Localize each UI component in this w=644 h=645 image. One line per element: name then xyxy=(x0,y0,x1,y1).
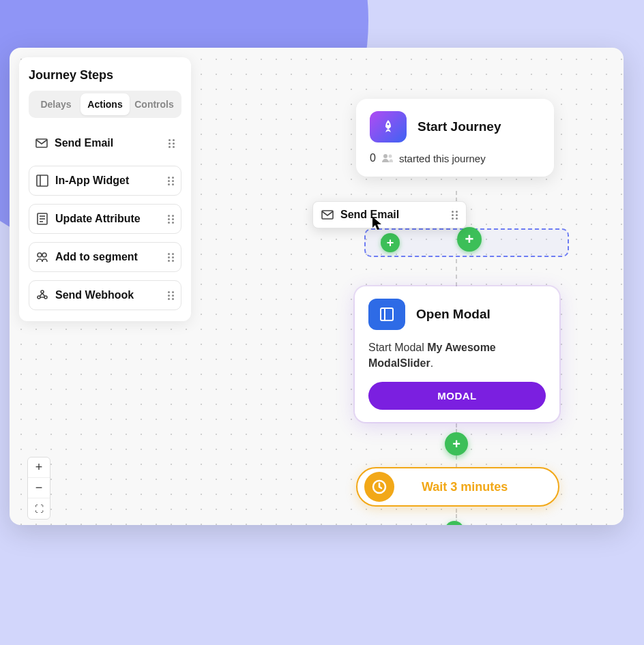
step-in-app-widget[interactable]: In-App Widget xyxy=(29,166,181,196)
zoom-fit-button[interactable]: ⛶ xyxy=(28,498,50,519)
svg-point-14 xyxy=(388,155,392,158)
node-start-journey[interactable]: Start Journey 0 started this journey xyxy=(356,99,554,177)
tab-delays[interactable]: Delays xyxy=(31,93,80,115)
node-title: Open Modal xyxy=(416,307,491,322)
zoom-in-button[interactable]: + xyxy=(28,457,50,478)
step-add-to-segment[interactable]: Add to segment xyxy=(29,242,181,272)
plus-icon: + xyxy=(381,233,400,252)
svg-point-7 xyxy=(38,253,42,257)
svg-rect-16 xyxy=(381,308,393,320)
svg-point-11 xyxy=(41,290,44,293)
drag-card-label: Send Email xyxy=(340,209,445,221)
cursor-icon xyxy=(372,217,383,230)
drag-handle-icon[interactable] xyxy=(168,253,174,262)
start-subtitle-text: started this journey xyxy=(399,153,486,164)
dragging-step-card[interactable]: Send Email xyxy=(312,201,467,228)
steps-tabs: Delays Actions Controls xyxy=(29,91,181,118)
journey-steps-panel: Journey Steps Delays Actions Controls Se… xyxy=(19,57,191,321)
tab-actions[interactable]: Actions xyxy=(80,93,130,115)
zoom-controls: + − ⛶ xyxy=(27,457,50,520)
drag-handle-icon[interactable] xyxy=(168,215,174,224)
svg-rect-1 xyxy=(37,175,48,186)
drag-handle-icon[interactable] xyxy=(169,139,175,148)
zoom-out-button[interactable]: − xyxy=(28,478,50,498)
drop-zone[interactable]: + + xyxy=(364,228,569,257)
step-send-email[interactable]: Send Email xyxy=(29,129,181,158)
modal-description: Start Modal My Awesome ModalSlider. xyxy=(368,340,546,371)
svg-point-13 xyxy=(383,154,387,158)
wait-label: Wait 3 minutes xyxy=(422,480,508,494)
drag-handle-icon[interactable] xyxy=(168,177,174,185)
start-subtitle: 0 started this journey xyxy=(370,152,540,164)
drag-handle-icon[interactable] xyxy=(168,291,174,300)
svg-point-8 xyxy=(42,253,46,257)
modal-button[interactable]: MODAL xyxy=(368,382,546,410)
tab-controls[interactable]: Controls xyxy=(130,93,179,115)
widget-icon xyxy=(36,175,48,187)
segment-icon xyxy=(36,251,48,263)
attribute-icon xyxy=(36,213,48,225)
users-icon xyxy=(381,153,394,163)
svg-point-12 xyxy=(387,123,390,125)
step-send-webhook[interactable]: Send Webhook xyxy=(29,280,181,310)
clock-icon xyxy=(364,472,394,502)
step-label: Add to segment xyxy=(55,251,161,263)
modal-icon xyxy=(368,299,405,330)
start-count: 0 xyxy=(370,152,376,164)
mail-icon xyxy=(321,209,334,221)
node-title: Start Journey xyxy=(418,119,501,134)
step-update-attribute[interactable]: Update Attribute xyxy=(29,204,181,234)
plus-icon: + xyxy=(457,227,482,252)
journey-editor-window: Journey Steps Delays Actions Controls Se… xyxy=(10,48,624,525)
rocket-icon xyxy=(370,111,407,142)
drag-handle-icon xyxy=(452,211,458,220)
step-label: Update Attribute xyxy=(55,213,161,225)
connector-line xyxy=(456,259,457,286)
webhook-icon xyxy=(36,289,48,301)
panel-title: Journey Steps xyxy=(29,68,181,82)
add-step-button[interactable]: + xyxy=(445,432,468,455)
connector-line xyxy=(456,455,457,468)
node-open-modal[interactable]: Open Modal Start Modal My Awesome ModalS… xyxy=(355,286,559,422)
step-list: Send Email In-App Widget Update Attribut… xyxy=(29,129,181,310)
node-wait[interactable]: Wait 3 minutes xyxy=(356,467,559,507)
step-label: In-App Widget xyxy=(55,175,161,187)
mail-icon xyxy=(35,137,48,149)
step-label: Send Email xyxy=(55,137,162,149)
step-label: Send Webhook xyxy=(55,289,161,301)
